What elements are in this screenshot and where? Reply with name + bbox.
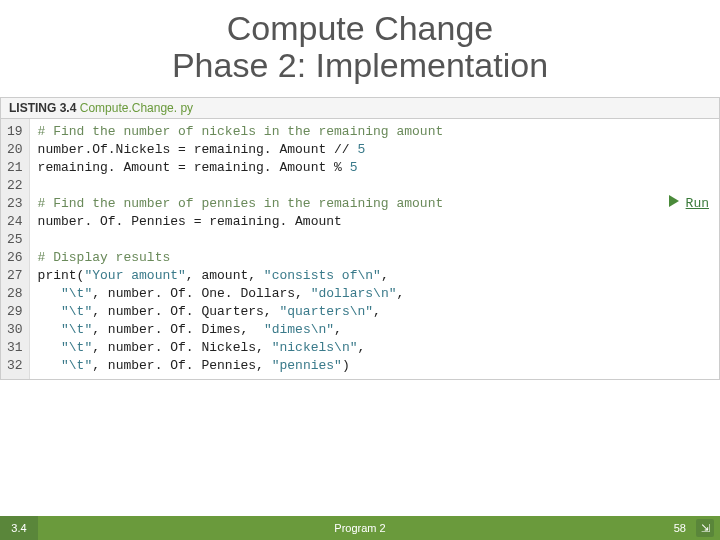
line-number: 19 bbox=[7, 123, 23, 141]
line-number: 32 bbox=[7, 357, 23, 375]
code-line: "\t", number. Of. Pennies, "pennies") bbox=[38, 357, 711, 375]
line-number: 25 bbox=[7, 231, 23, 249]
listing-number: 3.4 bbox=[60, 101, 77, 115]
code-line: # Display results bbox=[38, 249, 711, 267]
footer-page: 58 bbox=[674, 522, 686, 534]
line-number: 29 bbox=[7, 303, 23, 321]
code-content: # Find the number of nickels in the rema… bbox=[30, 119, 719, 379]
code-line bbox=[38, 177, 711, 195]
code-line: print("Your amount", amount, "consists o… bbox=[38, 267, 711, 285]
footer-bar: 3.4 Program 2 58 ⇲ bbox=[0, 516, 720, 540]
listing-header: LISTING 3.4 Compute.Change. py bbox=[0, 97, 720, 119]
title-line-2: Phase 2: Implementation bbox=[0, 47, 720, 84]
code-line: "\t", number. Of. Quarters, "quarters\n"… bbox=[38, 303, 711, 321]
title-line-1: Compute Change bbox=[0, 10, 720, 47]
line-number: 24 bbox=[7, 213, 23, 231]
line-number: 28 bbox=[7, 285, 23, 303]
code-listing: 1920212223242526272829303132 # Find the … bbox=[0, 119, 720, 380]
code-line: "\t", number. Of. Nickels, "nickels\n", bbox=[38, 339, 711, 357]
code-line: "\t", number. Of. One. Dollars, "dollars… bbox=[38, 285, 711, 303]
footer-section: 3.4 bbox=[0, 516, 38, 540]
listing-filename: Compute.Change. py bbox=[80, 101, 193, 115]
svg-marker-0 bbox=[669, 195, 679, 207]
run-button[interactable]: Run bbox=[666, 193, 709, 215]
code-line: # Find the number of nickels in the rema… bbox=[38, 123, 711, 141]
listing-label: LISTING bbox=[9, 101, 56, 115]
run-label: Run bbox=[686, 195, 709, 213]
line-number: 21 bbox=[7, 159, 23, 177]
code-line: number.Of.Nickels = remaining. Amount //… bbox=[38, 141, 711, 159]
slide-title: Compute Change Phase 2: Implementation bbox=[0, 0, 720, 85]
footer-program: Program 2 bbox=[0, 522, 720, 534]
slide: Compute Change Phase 2: Implementation L… bbox=[0, 0, 720, 540]
code-line bbox=[38, 231, 711, 249]
line-number-gutter: 1920212223242526272829303132 bbox=[1, 119, 30, 379]
line-number: 27 bbox=[7, 267, 23, 285]
expand-icon[interactable]: ⇲ bbox=[696, 519, 714, 537]
line-number: 31 bbox=[7, 339, 23, 357]
line-number: 30 bbox=[7, 321, 23, 339]
line-number: 23 bbox=[7, 195, 23, 213]
play-icon bbox=[666, 193, 682, 215]
line-number: 22 bbox=[7, 177, 23, 195]
code-line: number. Of. Pennies = remaining. Amount bbox=[38, 213, 711, 231]
line-number: 20 bbox=[7, 141, 23, 159]
code-line: remaining. Amount = remaining. Amount % … bbox=[38, 159, 711, 177]
code-line: "\t", number. Of. Dimes, "dimes\n", bbox=[38, 321, 711, 339]
code-line: # Find the number of pennies in the rema… bbox=[38, 195, 711, 213]
line-number: 26 bbox=[7, 249, 23, 267]
